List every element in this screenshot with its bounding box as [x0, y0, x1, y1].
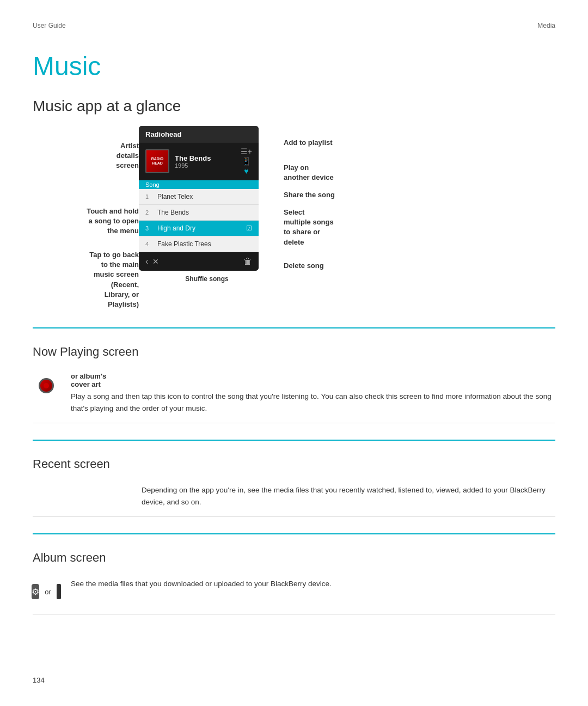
song-row-2[interactable]: 2 The Bends — [139, 205, 259, 221]
shuffle-label: Shuffle songs — [139, 275, 275, 283]
song-row-3[interactable]: 3 High and Dry ☑ — [139, 221, 259, 236]
now-playing-description: Play a song and then tap this icon to co… — [71, 391, 555, 414]
now-playing-icon — [39, 378, 54, 393]
phone-bottom-bar: ‹ ✕ 🗑 — [139, 252, 259, 271]
album-description: See the media files that you downloaded … — [71, 578, 332, 605]
section4-title: Album screen — [33, 551, 555, 565]
section3-title: Recent screen — [33, 457, 555, 471]
section1-title: Music app at a glance — [33, 98, 555, 115]
label-artist-details: Artistdetailsscreen — [38, 141, 139, 171]
label-delete-song: Delete song — [284, 261, 324, 271]
label-add-playlist: Add to playlist — [284, 138, 333, 148]
song-row-1[interactable]: 1 Planet Telex — [139, 189, 259, 205]
now-playing-section: or album'scover art Play a song and then… — [33, 366, 555, 423]
header-left: User Guide — [33, 22, 66, 29]
now-playing-icon-label: or album'scover art — [71, 372, 555, 388]
section2-title: Now Playing screen — [33, 345, 555, 359]
song-row-4[interactable]: 4 Fake Plastic Trees — [139, 236, 259, 252]
icon-back[interactable]: ‹ — [145, 257, 148, 266]
album-section: ⚙ or See the media files that you downlo… — [33, 571, 555, 614]
icon-share[interactable]: ♥ — [244, 167, 248, 175]
icon-delete[interactable]: 🗑 — [243, 257, 252, 266]
label-tap-back: Tap to go backto the mainmusic screen(Re… — [38, 250, 139, 309]
label-share-song: Share the song — [284, 190, 335, 200]
icon-shuffle[interactable]: ✕ — [152, 257, 159, 266]
album-year: 1995 — [175, 162, 235, 169]
label-touch-hold: Touch and holda song to openthe menu — [38, 206, 139, 236]
label-play-another: Play onanother device — [284, 163, 334, 182]
icon-add-playlist[interactable]: ☰+ — [241, 147, 252, 156]
album-name: The Bends — [175, 154, 235, 162]
phone-artist-header: Radiohead — [139, 126, 259, 143]
header-right: Media — [537, 22, 555, 29]
recent-description: Depending on the app you're in, see the … — [142, 484, 555, 508]
song-list: 1 Planet Telex 2 The Bends 3 High and Dr… — [139, 189, 259, 252]
label-select-multiple: Selectmultiple songsto share ordelete — [284, 208, 334, 247]
gear-icon: ⚙ — [32, 584, 39, 599]
song-label-bar: Song — [139, 180, 259, 189]
page-number: 134 — [33, 676, 45, 684]
grid-icon — [57, 584, 61, 599]
phone-mockup: Radiohead RADIOHEAD The Bends 1995 ☰+ 📱 … — [139, 126, 275, 283]
page-title: Music — [33, 51, 555, 81]
recent-section: Depending on the app you're in, see the … — [33, 478, 555, 517]
album-art: RADIOHEAD — [145, 149, 169, 173]
icon-play-device[interactable]: 📱 — [242, 157, 251, 166]
